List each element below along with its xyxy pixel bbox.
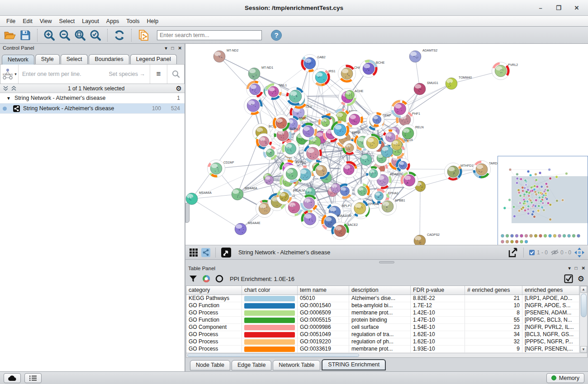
node[interactable] [301,210,319,228]
column-header-chart-color[interactable]: chart color [242,286,298,295]
table-row[interactable]: GO ComponentGO:0009986cell surface1.54E-… [186,324,579,331]
zoom-in-button[interactable] [43,29,56,42]
zoom-selected-button[interactable] [89,29,102,42]
network-canvas[interactable]: MT-ND2MT-ND1VSNL1GAB2IRS1CHATBCHEADAMTS2… [185,44,588,245]
grid-view-icon[interactable] [189,248,198,257]
node-MTHFD1L[interactable]: MTHFD1L [445,163,475,181]
column-header-description[interactable]: description [349,286,411,295]
node[interactable] [346,111,363,128]
close-button[interactable]: ✕ [574,5,580,11]
column-header-FDR-p-value[interactable]: FDR p-value [411,286,465,295]
node-IRS1[interactable]: IRS1 [313,69,336,86]
tab-boundaries[interactable]: Boundaries [89,54,129,64]
float-panel-icon[interactable]: □ [575,266,578,271]
vertical-scrollbar[interactable]: ▲ ▼ [579,286,587,353]
node[interactable] [331,183,341,193]
node[interactable] [276,189,292,205]
import-network-button[interactable] [137,29,150,42]
menu-tools[interactable]: Tools [123,17,143,26]
string-search-button[interactable] [167,65,184,84]
filter-icon[interactable] [189,275,197,283]
node-BCHE[interactable]: BCHE [360,60,385,78]
tab-network[interactable]: Network [2,55,34,65]
maximize-button[interactable]: ❐ [555,5,562,11]
tab-network-table[interactable]: Network Table [273,360,320,370]
node-MT-ND1[interactable]: MT-ND1 [248,66,273,80]
set-species-label[interactable]: Set species → [109,71,150,77]
node-MS4A4E[interactable]: MS4A4E [235,221,261,235]
node[interactable] [401,172,418,189]
export-network-icon[interactable] [507,247,518,258]
search-input[interactable] [157,30,262,40]
node[interactable] [263,146,277,160]
node-CD2AP[interactable]: CD2AP [208,160,234,178]
menu-layout[interactable]: Layout [78,17,103,26]
menu-select[interactable]: Select [56,17,79,26]
node[interactable] [282,140,299,157]
scrollbar-thumb[interactable] [581,294,587,317]
menu-edit[interactable]: Edit [19,17,36,26]
column-header--enriched-genes[interactable]: # enriched genes [465,286,522,295]
string-options-button[interactable]: ≡ [150,65,167,84]
zoom-fit-button[interactable] [74,29,86,42]
panel-menu-icon[interactable]: ▾ [569,266,571,271]
tab-node-table[interactable]: Node Table [190,360,230,370]
node[interactable] [283,165,301,183]
node[interactable] [244,96,263,115]
expand-all-icon[interactable] [11,85,17,91]
tab-string-enrichment[interactable]: STRING Enrichment [322,359,386,370]
pan-navigation-icon[interactable] [574,248,584,258]
node[interactable] [351,199,369,217]
network-overview-inset[interactable] [498,156,588,245]
node-TOMM40[interactable]: TOMM40 [446,76,472,89]
node[interactable] [286,87,305,106]
node[interactable] [318,115,333,130]
node-CADPS2[interactable]: CADPS2 [414,233,440,245]
task-history-button[interactable] [24,373,42,383]
panel-splitter-grip[interactable] [185,203,190,223]
cloud-tasks-button[interactable] [4,373,21,383]
node-BACE2[interactable]: BACE2 [332,222,358,240]
node[interactable] [300,123,317,140]
node[interactable] [381,145,393,157]
minimize-button[interactable]: – [537,5,544,11]
node[interactable] [370,112,384,126]
scroll-down-button[interactable]: ▼ [580,346,587,353]
network-tree-row[interactable]: ▼String Network - Alzheimer's disease1 [0,93,185,103]
horizontal-splitter[interactable] [185,260,588,264]
open-session-button[interactable] [4,29,16,42]
table-row[interactable]: GO ProcessGO:0019220regulation of ph...1… [186,338,579,346]
table-row[interactable]: GO FunctionGO:0001540beta-amyloid bi...1… [186,302,579,309]
menu-view[interactable]: View [36,17,56,26]
node[interactable] [391,100,409,117]
menu-help[interactable]: Help [143,17,162,26]
memory-button[interactable]: Memory [546,373,584,383]
scrollbar-thumb[interactable] [187,354,359,357]
help-icon[interactable]: ? [271,30,282,41]
column-header-term-name[interactable]: term name [298,286,349,295]
gear-icon[interactable]: ⚙ [578,274,584,284]
tab-edge-table[interactable]: Edge Table [232,360,271,370]
zoom-out-button[interactable] [58,29,71,42]
string-logo[interactable]: STRING ▾ [0,65,19,84]
refresh-button[interactable] [113,29,126,42]
node-PVRL2[interactable]: PVRL2 [492,62,518,80]
gear-icon[interactable]: ⚙ [176,84,182,93]
expander-icon[interactable]: ▼ [6,96,11,101]
node[interactable] [363,134,381,152]
column-header-enriched-genes[interactable]: enriched genes [522,286,579,295]
close-panel-icon[interactable]: ✕ [582,266,585,271]
column-header-category[interactable]: category [186,286,242,295]
node[interactable] [273,115,289,131]
table-row[interactable]: GO ProcessGO:0033619membrane prot...1.93… [186,346,579,353]
tab-select[interactable]: Select [61,54,88,64]
panel-menu-icon[interactable]: ▾ [165,46,167,51]
ring-icon[interactable] [215,275,223,283]
node[interactable] [392,140,402,150]
node[interactable] [372,188,387,203]
node[interactable] [313,162,330,179]
node[interactable] [265,83,282,100]
node[interactable] [265,175,274,184]
collapse-all-icon[interactable] [3,85,9,91]
donut-chart-icon[interactable] [202,274,211,283]
